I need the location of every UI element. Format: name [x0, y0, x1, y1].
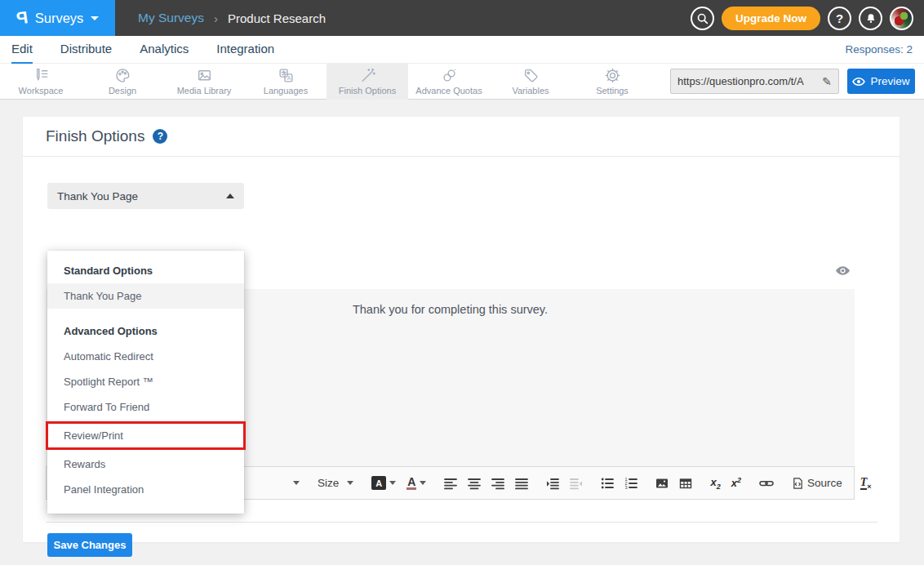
- top-header: P Surveys My Surveys › Product Research …: [0, 0, 924, 36]
- bulleted-list-button[interactable]: [601, 477, 614, 490]
- align-center-button[interactable]: [468, 477, 481, 490]
- search-button[interactable]: [691, 7, 714, 30]
- justify-icon: [515, 477, 528, 490]
- chevron-up-icon: [226, 194, 234, 198]
- magic-wand-icon: [359, 67, 376, 84]
- dropdown-item-thank-you-page[interactable]: Thank You Page: [47, 283, 244, 309]
- increase-indent-icon: [546, 477, 559, 490]
- responses-count[interactable]: Responses: 2: [845, 43, 913, 56]
- svg-text:3: 3: [625, 485, 628, 490]
- dropdown-item-panel-integration[interactable]: Panel Integration: [47, 477, 244, 502]
- dropdown-item-forward-to-friend[interactable]: Forward To Friend: [47, 394, 244, 420]
- tab-integration[interactable]: Integration: [216, 36, 274, 64]
- font-size-label: Size: [318, 477, 339, 489]
- source-label: Source: [807, 477, 842, 489]
- translate-icon: A: [278, 67, 295, 84]
- upgrade-now-button[interactable]: Upgrade Now: [722, 7, 820, 30]
- finish-type-select[interactable]: Thank You Page: [47, 183, 244, 209]
- workspace-icon: [33, 67, 50, 84]
- nav-item-languages[interactable]: A Languages: [245, 64, 327, 100]
- font-size-dropdown[interactable]: Size: [318, 477, 353, 489]
- insert-link-button[interactable]: [759, 477, 774, 490]
- bell-icon: [865, 12, 877, 24]
- nav-item-workspace[interactable]: Workspace: [0, 64, 82, 100]
- module-nav: Workspace Design Media Library A Languag…: [0, 64, 924, 100]
- link-icon: [759, 477, 774, 490]
- decrease-indent-button[interactable]: [570, 477, 583, 490]
- dropdown-group-header: Advanced Options: [47, 319, 244, 344]
- align-right-icon: [491, 477, 504, 490]
- dropdown-group-header: Standard Options: [47, 259, 244, 283]
- tab-distribute[interactable]: Distribute: [60, 36, 112, 64]
- source-code-icon: [792, 477, 804, 490]
- eye-icon: [835, 265, 851, 276]
- tab-edit[interactable]: Edit: [11, 36, 33, 64]
- remove-format-button[interactable]: T×: [860, 475, 872, 491]
- image-library-icon: [196, 67, 213, 84]
- dropdown-item-spotlight-report[interactable]: Spotlight Report ™: [47, 369, 244, 394]
- card-header: Finish Options ?: [23, 117, 900, 157]
- product-switcher[interactable]: P Surveys: [0, 0, 115, 36]
- gear-icon: [604, 67, 621, 84]
- align-right-button[interactable]: [491, 477, 504, 490]
- section-divider: [46, 522, 877, 523]
- bulleted-list-icon: [601, 477, 614, 490]
- finish-type-dropdown: Standard Options Thank You Page Advanced…: [47, 251, 244, 514]
- preview-button[interactable]: Preview: [847, 69, 915, 94]
- page-title: Finish Options: [46, 127, 144, 145]
- align-center-icon: [468, 477, 481, 490]
- search-icon: [696, 12, 709, 24]
- background-color-button[interactable]: A: [371, 476, 396, 490]
- paragraph-format-dropdown[interactable]: [293, 481, 300, 485]
- background-color-icon: A: [371, 476, 386, 490]
- source-button[interactable]: Source: [792, 477, 842, 490]
- title-help-icon[interactable]: ?: [153, 129, 167, 144]
- insert-table-button[interactable]: [679, 477, 692, 490]
- breadcrumb: My Surveys › Product Research: [138, 11, 326, 25]
- editor-visibility-toggle[interactable]: [835, 265, 851, 279]
- tag-icon: [522, 67, 540, 84]
- tab-analytics[interactable]: Analytics: [140, 36, 189, 64]
- notifications-button[interactable]: [859, 7, 882, 30]
- user-avatar[interactable]: [890, 7, 913, 30]
- nav-item-design[interactable]: Design: [82, 64, 163, 100]
- nav-item-settings[interactable]: Settings: [571, 64, 653, 100]
- content-card: Finish Options ? Thank You Page Thank yo…: [23, 117, 900, 542]
- nav-item-finish-options[interactable]: Finish Options: [327, 64, 408, 100]
- nav-item-advance-quotas[interactable]: Advance Quotas: [408, 64, 490, 100]
- dropdown-group-gap: [47, 309, 244, 319]
- chevron-down-icon: [91, 16, 99, 20]
- nav-item-media-library[interactable]: Media Library: [163, 64, 245, 100]
- text-color-button[interactable]: A: [406, 476, 426, 490]
- question-mark-icon: ?: [836, 11, 843, 25]
- superscript-button[interactable]: x2: [731, 476, 741, 489]
- breadcrumb-my-surveys[interactable]: My Surveys: [138, 11, 204, 25]
- justify-button[interactable]: [515, 477, 528, 490]
- tab-bar: Edit Distribute Analytics Integration Re…: [0, 36, 924, 64]
- align-left-button[interactable]: [444, 477, 457, 490]
- edit-url-pencil-icon[interactable]: ✎: [822, 75, 832, 88]
- numbered-list-button[interactable]: 123: [624, 477, 637, 490]
- survey-url-field: ✎: [670, 69, 839, 94]
- subscript-button[interactable]: x2: [710, 476, 720, 491]
- decrease-indent-icon: [570, 477, 583, 490]
- dropdown-item-review-print[interactable]: Review/Print: [46, 421, 246, 450]
- eye-icon: [852, 77, 865, 87]
- dropdown-item-automatic-redirect[interactable]: Automatic Redirect: [47, 344, 244, 369]
- insert-image-icon: [655, 477, 669, 490]
- save-changes-button[interactable]: Save Changes: [47, 533, 132, 557]
- survey-url-input[interactable]: [677, 75, 819, 87]
- help-button[interactable]: ?: [828, 7, 851, 30]
- insert-image-button[interactable]: [655, 477, 669, 490]
- product-name: Surveys: [35, 11, 84, 26]
- breadcrumb-separator-icon: ›: [214, 11, 218, 25]
- dropdown-item-rewards[interactable]: Rewards: [47, 452, 244, 477]
- palette-icon: [114, 67, 131, 84]
- card-body: Thank You Page Thank you for completing …: [23, 157, 900, 541]
- insert-table-icon: [679, 477, 692, 490]
- nav-item-variables[interactable]: Variables: [490, 64, 571, 100]
- header-actions: Upgrade Now ?: [691, 7, 924, 30]
- svg-text:A: A: [287, 75, 291, 81]
- align-left-icon: [444, 477, 457, 490]
- increase-indent-button[interactable]: [546, 477, 559, 490]
